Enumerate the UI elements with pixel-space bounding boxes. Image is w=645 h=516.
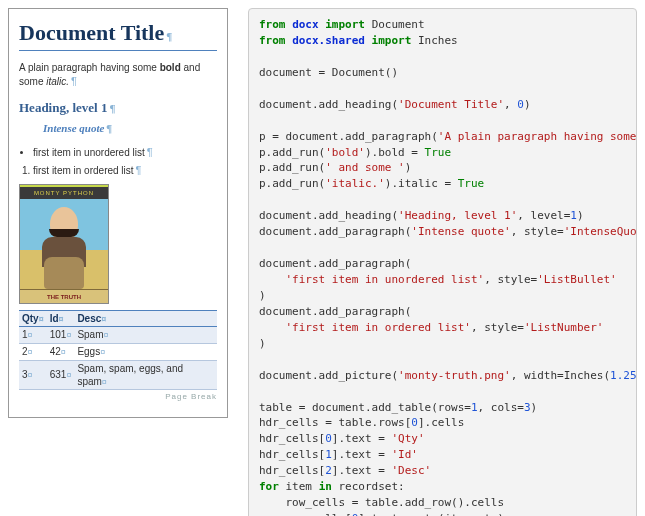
cell: Spam, spam, eggs, and spam¤	[74, 360, 217, 390]
cell: Eggs¤	[74, 344, 217, 361]
list-item: first item in unordered list¶	[33, 145, 217, 159]
table-row: 2¤ 42¤ Eggs¤	[19, 344, 217, 361]
num: 1.25	[610, 369, 637, 382]
moustache-icon	[49, 229, 79, 237]
kw-import: import	[372, 34, 412, 47]
str: 'first item in ordered list'	[286, 321, 471, 334]
doc-title-text: Document Title	[19, 20, 164, 45]
code-line: document.add_picture(	[259, 369, 398, 382]
para-text-prefix: A plain paragraph having some	[19, 62, 160, 73]
pilcrow-icon: ¶	[147, 146, 153, 158]
code-line: p = document.add_paragraph(	[259, 130, 438, 143]
para-bold-run: bold	[160, 62, 181, 73]
code-line: , style=	[484, 273, 537, 286]
kw-from: from	[259, 18, 286, 31]
doc-unordered-list: first item in unordered list¶	[33, 145, 217, 159]
code-line: , width=Inches(	[511, 369, 610, 382]
str: 'Heading, level 1'	[398, 209, 517, 222]
cell-mark-icon: ¤	[61, 347, 66, 357]
num: 1	[570, 209, 577, 222]
code-line: ).italic =	[385, 177, 458, 190]
code-line: )	[524, 98, 531, 111]
code-line: ].text =	[332, 464, 392, 477]
cell: 1¤	[19, 327, 47, 344]
doc-intense-quote: Intense quote¶	[43, 121, 217, 135]
ul-item-text: first item in unordered list	[33, 147, 145, 158]
pilcrow-icon: ¶	[106, 122, 112, 134]
kw-from: from	[259, 34, 286, 47]
doc-image-monty: MONTY PYTHON THE TRUTH	[19, 184, 109, 304]
kw-for: for	[259, 480, 279, 493]
code-line: hdr_cells = table.rows[	[259, 416, 411, 429]
cell: Spam¤	[74, 327, 217, 344]
num: 3	[524, 401, 531, 414]
image-stone	[44, 257, 84, 289]
cell: 42¤	[47, 344, 75, 361]
code-line: document = Document()	[259, 66, 398, 79]
str: 'Id'	[391, 448, 418, 461]
str: 'A plain paragraph having some '	[438, 130, 637, 143]
cell-mark-icon: ¤	[101, 314, 106, 324]
python-code-panel: from docx import Document from docx.shar…	[248, 8, 637, 516]
code-line: row_cells[	[286, 512, 352, 516]
code-line: item	[279, 480, 319, 493]
str: 'Document Title'	[398, 98, 504, 111]
cell-mark-icon: ¤	[104, 330, 109, 340]
kw-import: import	[325, 18, 365, 31]
cell-text: 101	[50, 329, 67, 340]
bool: True	[458, 177, 485, 190]
code-line: document.add_paragraph(	[259, 257, 411, 270]
str: 'Qty'	[391, 432, 424, 445]
code-line: ,	[504, 98, 517, 111]
cell-mark-icon: ¤	[28, 330, 33, 340]
code-line: table = document.add_table(rows=	[259, 401, 471, 414]
table-row: 1¤ 101¤ Spam¤	[19, 327, 217, 344]
cell-text: 42	[50, 346, 61, 357]
table-header-row: Qty¤ Id¤ Desc¤	[19, 310, 217, 327]
image-banner: MONTY PYTHON	[20, 187, 108, 199]
quote-text: Intense quote	[43, 122, 104, 134]
word-document-preview: Document Title¶ A plain paragraph having…	[8, 8, 228, 418]
import-name: Inches	[418, 34, 458, 47]
code-line: ].cells	[418, 416, 464, 429]
cell-mark-icon: ¤	[28, 347, 33, 357]
pilcrow-icon: ¶	[71, 75, 77, 87]
cell-mark-icon: ¤	[100, 347, 105, 357]
code-line: p.add_run(	[259, 161, 325, 174]
ol-item-text: first item in ordered list	[33, 165, 134, 176]
cell: 101¤	[47, 327, 75, 344]
th-text: Desc	[77, 313, 101, 324]
code-line: , level=	[517, 209, 570, 222]
str: 'monty-truth.png'	[398, 369, 511, 382]
code-line: row_cells = table.add_row().cells	[286, 496, 505, 509]
pilcrow-icon: ¶	[136, 164, 142, 176]
num: 0	[411, 416, 418, 429]
code-line: recordset:	[332, 480, 405, 493]
code-line: p.add_run(	[259, 177, 325, 190]
str: 'ListNumber'	[524, 321, 603, 334]
cell: 2¤	[19, 344, 47, 361]
num: 1	[325, 448, 332, 461]
str: 'IntenseQuote'	[564, 225, 637, 238]
cell-mark-icon: ¤	[102, 377, 107, 387]
code-line: )	[531, 401, 538, 414]
list-item: first item in ordered list¶	[33, 163, 217, 177]
heading1-text: Heading, level 1	[19, 100, 107, 115]
doc-table: Qty¤ Id¤ Desc¤ 1¤ 101¤ Spam¤ 2¤ 42¤ Eggs…	[19, 310, 217, 391]
th-text: Qty	[22, 313, 39, 324]
import-name: Document	[372, 18, 425, 31]
code-line: document.add_heading(	[259, 98, 398, 111]
code-line: p.add_run(	[259, 146, 325, 159]
table-header-qty: Qty¤	[19, 310, 47, 327]
cell-mark-icon: ¤	[66, 370, 71, 380]
str: 'Desc'	[391, 464, 431, 477]
str: 'italic.'	[325, 177, 385, 190]
code-line: document.add_paragraph(	[259, 225, 411, 238]
code-line: ].text = str(item.qty)	[358, 512, 504, 516]
str: 'first item in unordered list'	[286, 273, 485, 286]
kw-in: in	[319, 480, 332, 493]
code-line: ].text =	[332, 432, 392, 445]
cell-mark-icon: ¤	[39, 314, 44, 324]
bool: True	[425, 146, 452, 159]
code-line: )	[577, 209, 584, 222]
